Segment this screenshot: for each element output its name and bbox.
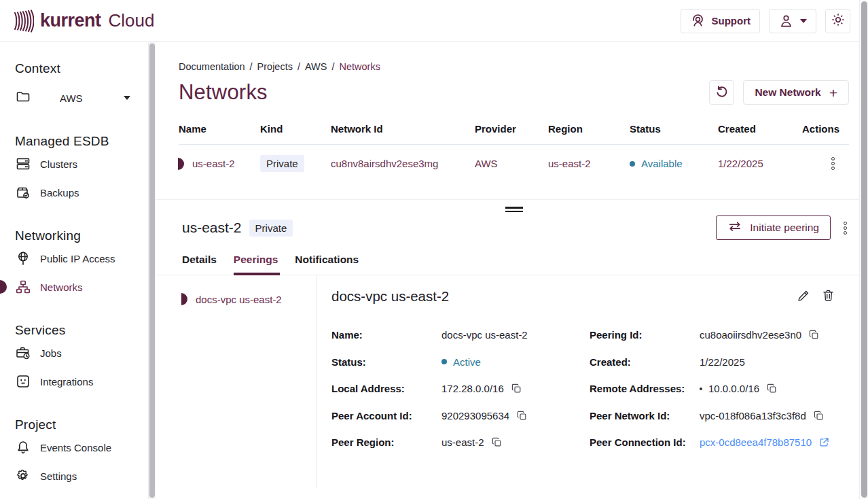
kind-badge: Private [260, 155, 304, 172]
field-label-peer-connection-id: Peer Connection Id: [590, 429, 700, 456]
delete-button[interactable] [821, 288, 835, 305]
refresh-button[interactable] [709, 80, 734, 105]
peering-fields: Name: docs-vpc us-east-2 Peering Id: cu8… [331, 322, 835, 456]
logo-brand-text: kurrent [40, 10, 101, 31]
page-title: Networks [179, 80, 268, 105]
external-link-icon[interactable] [818, 436, 830, 448]
sidebar-heading-managed-esdb: Managed ESDB [15, 134, 148, 149]
sidebar-item-jobs[interactable]: Jobs [15, 339, 148, 366]
sidebar-item-backups[interactable]: Backups [15, 179, 148, 206]
peering-arrows-icon [727, 220, 742, 235]
cell-created: 1/22/2025 [718, 158, 791, 169]
support-button[interactable]: Support [681, 9, 761, 33]
tab-peerings[interactable]: Peerings [234, 254, 278, 275]
main-content: Documentation/Projects/AWS/Networks Netw… [156, 42, 868, 499]
network-kind-badge: Private [249, 220, 293, 237]
backups-icon [15, 184, 31, 201]
edit-button[interactable] [797, 288, 811, 305]
column-header-provider: Provider [475, 123, 548, 135]
column-header-name: Name [179, 123, 260, 135]
copy-icon[interactable] [808, 329, 820, 341]
detail-kebab-menu[interactable] [842, 220, 849, 237]
peering-list-item[interactable]: docs-vpc us-east-2 [179, 292, 317, 307]
tab-notifications[interactable]: Notifications [295, 254, 359, 275]
copy-icon[interactable] [511, 383, 522, 394]
sidebar-item-integrations[interactable]: Integrations [15, 368, 148, 395]
panel-drag-handle[interactable] [505, 207, 523, 212]
sidebar: Context AWS Managed ESDB Clusters [0, 42, 148, 499]
breadcrumb-documentation[interactable]: Documentation [179, 61, 245, 72]
breadcrumb-aws[interactable]: AWS [305, 61, 327, 72]
tab-details[interactable]: Details [182, 254, 217, 275]
new-network-button[interactable]: New Network + [743, 80, 849, 105]
panel-splitter-line [156, 199, 868, 200]
sidebar-item-label: Backups [40, 187, 79, 199]
sun-icon [831, 12, 846, 29]
integrations-icon [15, 373, 31, 390]
cell-name: us-east-2 [192, 158, 235, 169]
field-label-status: Status: [331, 349, 441, 376]
column-header-created: Created [718, 123, 791, 135]
page-scrollbar[interactable] [859, 0, 868, 499]
context-selector[interactable]: AWS [15, 84, 148, 111]
breadcrumb-current: Networks [340, 61, 380, 72]
initiate-peering-label: Initiate peering [750, 222, 819, 234]
copy-icon[interactable] [766, 383, 778, 394]
field-value-peer-network-id: vpc-018f086a13f3c3f8d [700, 410, 806, 421]
waveform-logo-icon [14, 10, 34, 33]
trash-icon [821, 288, 835, 305]
field-label-peer-network-id: Peer Network Id: [590, 402, 700, 430]
support-agent-icon [690, 13, 706, 29]
field-value-peering-id: cu8oaoiirsdhv2ese3n0 [700, 329, 801, 341]
sidebar-item-label: Events Console [40, 442, 111, 453]
selected-row-marker [178, 158, 184, 170]
initiate-peering-button[interactable]: Initiate peering [716, 216, 831, 240]
copy-icon[interactable] [491, 436, 503, 448]
kurrent-cloud-logo: kurrent Cloud [14, 10, 154, 33]
peering-item-label: docs-vpc us-east-2 [196, 294, 282, 305]
detail-tabs: Details Peerings Notifications [156, 254, 868, 275]
breadcrumb-separator: / [250, 61, 253, 72]
clusters-icon [15, 156, 31, 172]
user-menu-button[interactable] [769, 9, 816, 33]
cell-network-id: cu8nv8airsdhv2ese3mg [331, 158, 475, 169]
chevron-down-icon [124, 96, 130, 100]
sidebar-item-label: Clusters [40, 158, 77, 170]
column-header-kind: Kind [260, 123, 331, 135]
field-label-peer-region: Peer Region: [331, 429, 441, 456]
breadcrumb-projects[interactable]: Projects [257, 61, 293, 72]
sidebar-item-public-ip-access[interactable]: Public IP Access [15, 245, 148, 272]
table-row[interactable]: us-east-2 Private cu8nv8airsdhv2ese3mg A… [179, 145, 849, 182]
sidebar-item-clusters[interactable]: Clusters [15, 150, 148, 177]
context-selected-value: AWS [60, 92, 83, 104]
peer-connection-link[interactable]: pcx-0cd8eea4f78b87510 [700, 436, 812, 448]
column-header-status: Status [630, 123, 718, 135]
field-label-peer-account-id: Peer Account Id: [331, 402, 441, 430]
field-value-status: Active [453, 356, 481, 368]
status-badge: Available [641, 158, 683, 169]
gear-icon [15, 468, 31, 484]
sidebar-heading-networking: Networking [15, 228, 148, 243]
sidebar-item-label: Public IP Access [40, 253, 115, 264]
field-value-created: 1/22/2025 [700, 349, 835, 376]
field-value-peer-account-id: 920293095634 [441, 410, 509, 421]
network-detail-header: us-east-2 Private Initiate peering [179, 216, 849, 240]
page-scrollbar-thumb[interactable] [861, 1, 867, 498]
selected-peering-marker [181, 293, 187, 305]
sidebar-item-networks[interactable]: Networks [15, 273, 148, 300]
sidebar-item-events-console[interactable]: Events Console [15, 434, 148, 461]
jobs-icon [15, 345, 31, 361]
copy-icon[interactable] [813, 410, 825, 421]
sidebar-item-settings[interactable]: Settings [15, 462, 148, 489]
breadcrumb-separator: / [331, 61, 334, 72]
peerings-list: docs-vpc us-east-2 [179, 275, 317, 488]
sidebar-scrollbar-thumb[interactable] [149, 44, 155, 498]
status-dot [630, 161, 635, 167]
sidebar-scrollbar[interactable] [148, 42, 156, 499]
field-label-remote-addresses: Remote Addresses: [590, 375, 700, 402]
folder-icon [15, 88, 31, 107]
field-label-name: Name: [331, 322, 441, 349]
theme-toggle-button[interactable] [825, 9, 850, 33]
row-actions-kebab-menu[interactable] [829, 155, 837, 172]
copy-icon[interactable] [516, 410, 528, 421]
